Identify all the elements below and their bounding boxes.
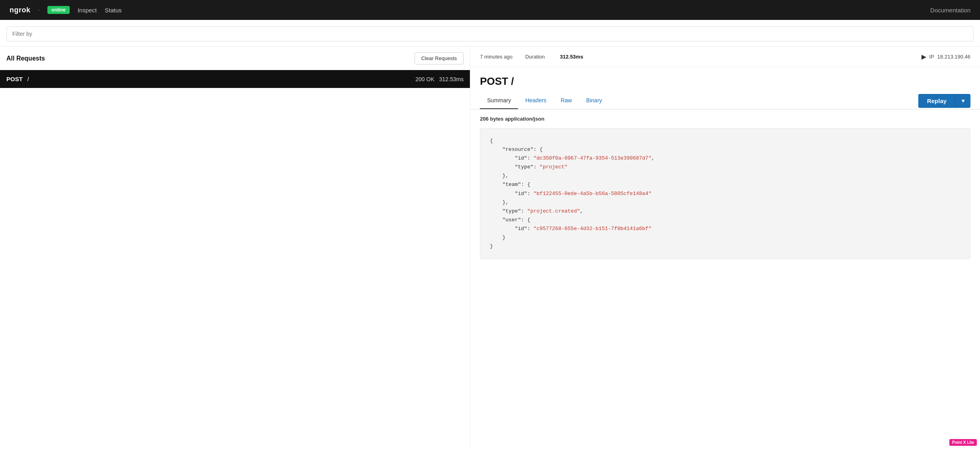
right-panel: 7 minutes ago Duration 312.53ms ▶ IP 18.… <box>470 47 980 449</box>
left-panel: All Requests Clear Requests POST / 200 O… <box>0 47 470 449</box>
request-path: / <box>27 76 29 82</box>
content-info: 206 bytes application/json <box>470 109 980 125</box>
json-brace-open: { <box>490 138 502 152</box>
json-value-id: "dc350f0a-0967-47fa-9354-513e390687d7" <box>534 155 651 161</box>
request-method: POST <box>6 76 23 82</box>
duration-value: 312.53ms <box>560 54 583 60</box>
replay-dropdown-button[interactable]: ▼ <box>955 94 970 108</box>
tab-headers[interactable]: Headers <box>518 92 554 109</box>
nav-inspect-link[interactable]: Inspect <box>78 7 97 14</box>
ip-value: 18.213.190.46 <box>937 54 970 60</box>
detail-title: POST / <box>470 67 980 92</box>
tab-raw[interactable]: Raw <box>554 92 579 109</box>
clear-requests-button[interactable]: Clear Requests <box>415 52 464 64</box>
json-value-team-id: "bf122455-0ede-4a5b-b56a-5805cfe148a4" <box>534 191 651 197</box>
ip-label: IP <box>929 54 934 60</box>
json-key-user-id: "id": <box>515 226 534 232</box>
main-layout: All Requests Clear Requests POST / 200 O… <box>0 47 980 449</box>
detail-meta: 7 minutes ago Duration 312.53ms ▶ IP 18.… <box>470 47 980 67</box>
filter-bar <box>0 20 980 47</box>
json-value-type1: "project" <box>540 164 567 170</box>
json-nl4: } } <box>490 234 505 249</box>
json-value-user-id: "c9577268-655e-4d32-b151-7f0b4141a6bf" <box>534 226 651 232</box>
watermark: Point X Lite <box>949 439 977 446</box>
tab-binary[interactable]: Binary <box>579 92 609 109</box>
replay-button[interactable]: Replay <box>918 94 955 108</box>
json-value-type2: "project.created" <box>527 208 580 214</box>
nav-status-link[interactable]: Status <box>105 7 122 14</box>
request-duration: 312.53ms <box>439 76 464 82</box>
replay-button-group: Replay ▼ <box>918 94 970 108</box>
request-time: 7 minutes ago <box>480 54 512 60</box>
json-key-type2: "type": <box>502 208 527 214</box>
request-row[interactable]: POST / 200 OK 312.53ms <box>0 70 470 88</box>
nav-docs-link[interactable]: Documentation <box>930 7 970 14</box>
filter-input[interactable] <box>6 26 974 41</box>
nav-separator: • <box>39 8 40 12</box>
json-key-type1: "type": <box>515 164 540 170</box>
top-navigation: ngrok • online Inspect Status Documentat… <box>0 0 980 20</box>
request-status: 200 OK <box>415 76 434 82</box>
tabs-bar: Summary Headers Raw Binary Replay ▼ <box>470 92 980 109</box>
user-icon: ▶ <box>921 53 926 61</box>
json-body: { "resource": { "id": "dc350f0a-0967-47f… <box>480 128 970 259</box>
panel-header: All Requests Clear Requests <box>0 47 470 70</box>
brand-logo: ngrok <box>10 6 31 14</box>
status-badge: online <box>47 6 69 14</box>
json-key-team-id: "id": <box>515 191 534 197</box>
panel-title: All Requests <box>6 55 45 62</box>
tab-summary[interactable]: Summary <box>480 92 518 109</box>
duration-label: Duration <box>525 54 545 60</box>
ip-block: ▶ IP 18.213.190.46 <box>921 53 970 61</box>
json-key-id: "id": <box>515 155 534 161</box>
